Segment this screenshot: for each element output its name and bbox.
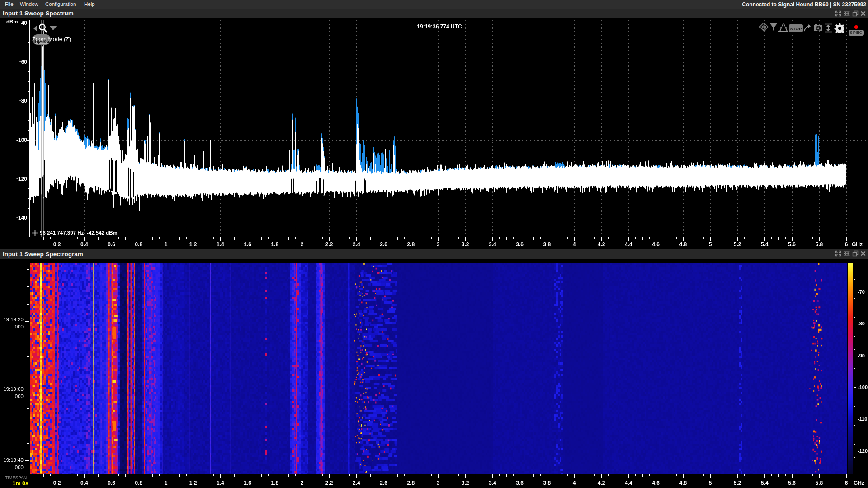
- svg-text:STOP: STOP: [790, 26, 802, 31]
